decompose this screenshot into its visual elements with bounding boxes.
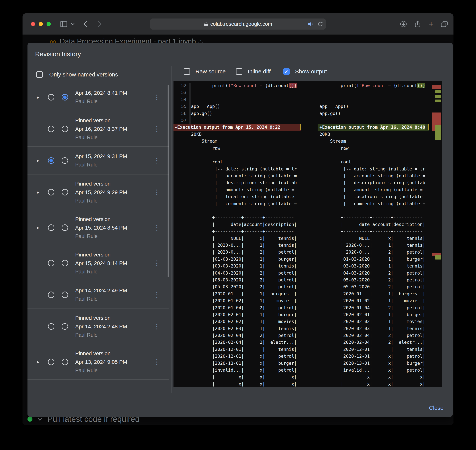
- more-options-icon[interactable]: ⋮: [153, 259, 160, 267]
- output-line: |-- location: string (nullable: [174, 193, 301, 200]
- revision-author: Paul Rule: [75, 160, 127, 169]
- diff-to-radio[interactable]: [62, 157, 68, 164]
- output-line: | x| x| x|: [174, 381, 301, 387]
- diff-from-radio[interactable]: [48, 157, 54, 164]
- diff-from-radio[interactable]: [48, 359, 54, 365]
- revision-item[interactable]: Apr 14, 2024 2:49 PMPaul Rule⋮: [27, 281, 169, 309]
- new-tab-icon[interactable]: +: [428, 20, 434, 28]
- output-line: |2020-01-04| 2| petrol|: [174, 304, 301, 311]
- diff-to-radio[interactable]: [62, 359, 68, 365]
- reload-icon[interactable]: [317, 21, 323, 27]
- revision-item[interactable]: ▸Pinned versionApr 15, 2024 8:54 PMPaul …: [27, 210, 169, 245]
- diff-to-radio[interactable]: [62, 225, 68, 231]
- diff-to-radio[interactable]: [62, 189, 68, 195]
- tab-overview-icon[interactable]: [441, 21, 448, 27]
- share-icon[interactable]: [415, 20, 421, 28]
- back-button[interactable]: [83, 21, 87, 27]
- diff-to-radio[interactable]: [62, 126, 68, 132]
- output-line: raw: [318, 145, 429, 152]
- diff-to-radio[interactable]: [62, 291, 68, 298]
- more-options-icon[interactable]: ⋮: [153, 358, 160, 366]
- output-line: |2020-12-01| | tennis|: [174, 346, 301, 353]
- expand-arrow-icon[interactable]: ▸: [37, 158, 39, 163]
- url-bar[interactable]: colab.research.google.com: [150, 18, 326, 30]
- output-line: [174, 152, 301, 159]
- downloads-icon[interactable]: [400, 21, 407, 27]
- inline-diff-label: Inline diff: [248, 68, 271, 75]
- more-options-icon[interactable]: ⋮: [153, 188, 160, 196]
- audio-mute-icon[interactable]: [308, 21, 313, 27]
- diff-from-radio[interactable]: [48, 189, 54, 195]
- expand-arrow-icon[interactable]: ▸: [37, 189, 39, 195]
- revision-text: Pinned versionApr 15, 2024 8:54 PMPaul R…: [75, 215, 127, 240]
- more-options-icon[interactable]: ⋮: [153, 93, 160, 101]
- diff-from-radio[interactable]: [48, 323, 54, 330]
- more-options-icon[interactable]: ⋮: [153, 157, 160, 165]
- expand-arrow-icon[interactable]: ▸: [37, 225, 39, 230]
- inline-diff-checkbox[interactable]: [236, 68, 242, 75]
- more-options-icon[interactable]: ⋮: [153, 393, 160, 394]
- revision-list-scrollbar[interactable]: [168, 85, 169, 277]
- revision-date: Apr 14, 2024 2:48 PM: [75, 322, 127, 331]
- close-window-button[interactable]: [31, 22, 35, 26]
- only-named-label: Only show named versions: [49, 71, 118, 78]
- pane-scrollbar[interactable]: [190, 83, 191, 128]
- revision-item[interactable]: Pinned versionApr 15, 2024 8:14 PMPaul R…: [27, 245, 169, 281]
- diff-pane-left[interactable]: 52 print(f"Row count = {df.count()}53545…: [174, 81, 301, 387]
- code-line: 55app = App(): [174, 103, 301, 110]
- zoom-window-button[interactable]: [47, 22, 51, 26]
- output-line: |-- comment: string (nullable =: [318, 200, 429, 207]
- more-options-icon[interactable]: ⋮: [153, 291, 160, 299]
- output-line: |-- account: string (nullable =: [318, 172, 429, 179]
- output-line: [318, 152, 429, 159]
- expand-arrow-icon[interactable]: ▸: [37, 359, 39, 365]
- show-output-checkbox[interactable]: ✓: [283, 68, 290, 75]
- revision-item[interactable]: Pinned versionApr 16, 2024 8:37 PMPaul R…: [27, 111, 169, 147]
- diff-to-radio[interactable]: [62, 323, 68, 330]
- revision-item[interactable]: ▸Pinned versionApr 13, 2024 9:05 PMPaul …: [27, 344, 169, 380]
- more-options-icon[interactable]: ⋮: [153, 224, 160, 232]
- revision-item[interactable]: ▸Apr 15, 2024 9:31 PMPaul Rule⋮: [27, 147, 169, 174]
- diff-to-radio[interactable]: [62, 260, 68, 266]
- output-line: |-- description: string (nullab: [174, 179, 301, 186]
- output-line: | date|account|description|: [174, 221, 301, 228]
- diff-from-radio[interactable]: [48, 291, 54, 298]
- diff-from-radio[interactable]: [48, 260, 54, 266]
- revision-list[interactable]: ▸Apr 16, 2024 8:41 PMPaul Rule⋮Pinned ve…: [27, 83, 169, 394]
- output-line: [318, 207, 429, 214]
- close-button[interactable]: Close: [429, 405, 444, 411]
- output-line: |2020-01...| 1| burgers |: [174, 290, 301, 297]
- revision-item[interactable]: ▸Apr 16, 2024 8:41 PMPaul Rule⋮: [27, 83, 169, 111]
- sidebar-chevron-down-icon[interactable]: [71, 23, 75, 25]
- diff-from-radio[interactable]: [48, 94, 54, 101]
- output-line: |invalid...| x| petrol|: [318, 367, 429, 373]
- diff-to-radio[interactable]: [62, 94, 68, 101]
- section-chevron-down-icon[interactable]: [37, 417, 43, 421]
- more-options-icon[interactable]: ⋮: [153, 125, 160, 133]
- output-line: |04-03-2020| 2| petrol|: [174, 270, 301, 277]
- diff-minimap[interactable]: [431, 81, 442, 387]
- forward-button[interactable]: [97, 21, 102, 27]
- diff-pane-right[interactable]: print(f"Row count = {df.count()}app = Ap…: [318, 81, 429, 387]
- output-line: | NULL| x| tennis|: [318, 235, 429, 242]
- diff-from-radio[interactable]: [48, 126, 54, 132]
- revision-date: Apr 13, 2024 9:05 PM: [75, 357, 127, 366]
- sidebar-toggle-icon[interactable]: [60, 21, 67, 27]
- output-line: |05-03-2020| 2| petrol|: [174, 283, 301, 290]
- output-line: |2020-01-02| 1| movie |: [318, 297, 429, 304]
- output-line: |-- location: string (nullable: [318, 193, 429, 200]
- expand-arrow-icon[interactable]: ▸: [37, 95, 39, 100]
- diff-from-radio[interactable]: [48, 225, 54, 231]
- revision-item[interactable]: Pinned versionApr 14, 2024 2:48 PMPaul R…: [27, 309, 169, 344]
- output-line: |invalid...| x| petrol|: [174, 367, 301, 373]
- minimap-red-marker: [432, 85, 441, 89]
- output-line: | x| x| x|: [318, 381, 429, 387]
- revision-item[interactable]: Pinned version⋮: [27, 380, 169, 394]
- output-line: |-- date: string (nullable = tr: [318, 166, 429, 172]
- only-named-checkbox[interactable]: [36, 71, 43, 78]
- output-line: |04-03-2020| 2| petrol|: [318, 270, 429, 277]
- minimize-window-button[interactable]: [39, 22, 43, 26]
- more-options-icon[interactable]: ⋮: [153, 322, 160, 331]
- revision-item[interactable]: ▸Pinned versionApr 15, 2024 9:29 PMPaul …: [27, 174, 169, 210]
- raw-source-checkbox[interactable]: [184, 68, 190, 75]
